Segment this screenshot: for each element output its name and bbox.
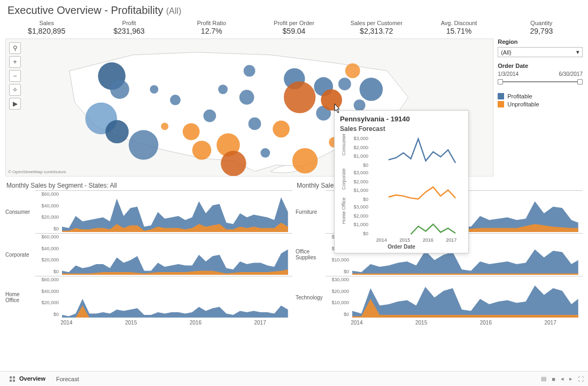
title-filter: (All) [166,6,181,16]
svg-point-21 [360,78,383,101]
svg-marker-33 [62,250,288,275]
kpi-bar: Sales$1,820,895 Profit$231,963 Profit Ra… [0,19,588,38]
svg-point-8 [203,110,216,122]
svg-rect-44 [13,376,15,379]
svg-point-2 [110,80,129,99]
view-grid-icon[interactable]: ■ [552,376,555,382]
kpi-avg-discount: Avg. Discount15.71% [417,20,500,35]
svg-rect-46 [13,380,15,382]
color-legend: Profitable Unprofitable [498,93,583,107]
svg-point-16 [292,148,318,174]
date-start: 1/3/2014 [498,71,519,77]
chevron-down-icon: ▾ [576,49,579,56]
nav-next-icon[interactable]: ▸ [569,375,572,382]
title-text: Executive Overview - Profitability [7,4,163,16]
play-icon: ▶ [13,100,18,107]
kpi-profit-per-order: Profit per Order$59.04 [253,20,335,35]
nav-prev-icon[interactable]: ◂ [561,375,564,382]
svg-point-13 [273,121,290,138]
map-play-button[interactable]: ▶ [9,98,21,110]
svg-point-5 [129,130,158,159]
region-filter-label: Region [498,38,583,45]
svg-point-15 [284,81,315,113]
sheet-tabs: Overview Forecast ▤ ■ ◂ ▸ ⛶ [0,371,588,386]
segment-x-axis: 2014201520162017 [34,320,292,326]
svg-point-19 [338,78,351,90]
date-end: 6/30/2017 [559,71,583,77]
minus-icon: − [13,72,17,80]
tab-forecast[interactable]: Forecast [51,374,84,384]
pin-icon: ✧ [12,86,18,94]
kpi-sales-per-customer: Sales per Customer$2,313.72 [335,20,417,35]
dashboard-icon [10,376,16,382]
svg-point-29 [150,85,158,94]
svg-point-25 [249,118,261,130]
segment-chart-title: Monthly Sales by Segment - States: All [6,182,292,189]
segment-chart[interactable]: Monthly Sales by Segment - States: All C… [5,180,292,326]
map-pin-button[interactable]: ✧ [9,84,21,96]
svg-point-6 [170,95,181,105]
category-x-axis: 2014201520162017 [324,320,583,326]
svg-rect-43 [10,376,12,379]
plus-icon: + [13,58,17,66]
filter-panel: Region (All) ▾ Order Date 1/3/2014 6/30/… [498,38,583,176]
segment-row-consumer: Consumer $60,000$40,000$20,000$0 [5,190,292,233]
kpi-quantity: Quantity29,793 [500,20,583,35]
search-icon: ⚲ [13,44,18,52]
svg-point-11 [244,65,256,77]
date-slider[interactable] [498,78,583,86]
map-zoom-in-button[interactable]: + [9,56,21,68]
svg-point-7 [183,123,200,140]
map-zoom-out-button[interactable]: − [9,70,21,82]
order-date-filter-label: Order Date [498,63,583,69]
tooltip-subtitle: Sales Forecast [340,125,463,133]
svg-point-22 [354,99,366,111]
segment-row-corporate: Corporate $60,000$40,000$20,000$0 [5,233,292,276]
svg-rect-45 [10,380,12,382]
svg-marker-40 [352,274,578,275]
map-tooltip: Pennsylvania - 19140 Sales Forecast Cons… [334,110,469,253]
region-dropdown-value: (All) [501,49,512,56]
category-row-technology: Technology $30,000$20,000$10,000$0 [296,276,583,319]
kpi-profit: Profit$231,963 [88,20,170,35]
presentation-mode-icon[interactable]: ⛶ [578,376,584,382]
svg-marker-35 [62,299,288,318]
svg-point-28 [192,141,212,160]
svg-point-27 [161,122,168,130]
svg-point-30 [221,151,246,176]
svg-marker-41 [352,285,578,318]
svg-point-12 [260,148,270,158]
map-attribution: © OpenStreetMap contributors [8,169,66,174]
kpi-sales: Sales$1,820,895 [5,20,88,35]
region-dropdown[interactable]: (All) ▾ [498,47,583,57]
segment-row-home-office: Home Office $60,000$40,000$20,000$0 [5,276,292,319]
legend-unprofitable[interactable]: Unprofitable [498,101,583,107]
slider-handle-start[interactable] [498,79,503,84]
svg-point-4 [105,120,129,144]
view-filmstrip-icon[interactable]: ▤ [541,375,546,382]
map-search-button[interactable]: ⚲ [9,42,21,54]
kpi-profit-ratio: Profit Ratio12.7% [171,20,253,35]
map-bubble-hovered [321,89,342,111]
tab-overview[interactable]: Overview [4,373,51,384]
map-toolbar: ⚲ + − ✧ ▶ [9,42,21,110]
tooltip-title: Pennsylvania - 19140 [340,115,463,123]
legend-profitable[interactable]: Profitable [498,93,583,99]
svg-point-10 [239,90,254,105]
svg-point-20 [345,64,360,79]
slider-handle-end[interactable] [577,79,583,84]
page-title: Executive Overview - Profitability (All) [0,0,588,19]
svg-point-26 [218,84,228,94]
